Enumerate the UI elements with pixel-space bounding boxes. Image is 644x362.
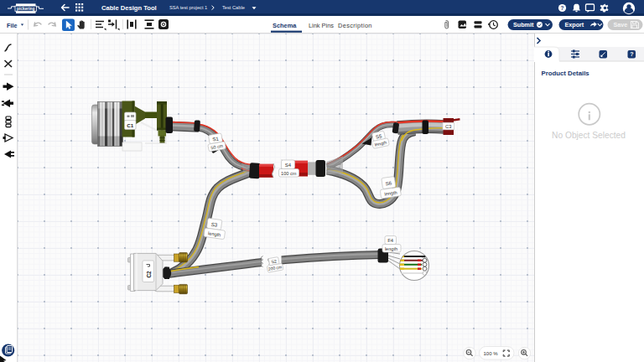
svg-text:length: length [385, 246, 397, 251]
svg-text:No Object Selected: No Object Selected [552, 131, 626, 140]
svg-text:Submit: Submit [513, 21, 534, 28]
svg-text:S2: S2 [271, 258, 278, 264]
svg-text:Product Details: Product Details [542, 70, 590, 77]
svg-text:C3: C3 [445, 124, 451, 129]
svg-text:Test Cable: Test Cable [222, 5, 245, 10]
svg-text:Link Pins: Link Pins [309, 22, 334, 29]
svg-text:Export: Export [565, 21, 584, 28]
svg-text:pickering: pickering [17, 7, 34, 11]
svg-text:100 %: 100 % [483, 351, 498, 356]
svg-text:?: ? [561, 5, 564, 11]
svg-text:C2: C2 [146, 271, 152, 278]
svg-text:100 cm: 100 cm [281, 171, 297, 176]
svg-text:S4: S4 [285, 163, 292, 168]
svg-text:File: File [7, 22, 17, 29]
svg-text:?: ? [630, 51, 633, 57]
svg-text:F4: F4 [387, 238, 394, 243]
svg-text:Cable Design Tool: Cable Design Tool [101, 4, 157, 12]
svg-text:Description: Description [338, 22, 372, 29]
svg-text:S3: S3 [210, 221, 218, 228]
svg-text:C1: C1 [127, 122, 133, 128]
svg-text:S6: S6 [385, 179, 392, 186]
svg-text:Schema: Schema [273, 22, 297, 29]
svg-text:SSA test project 1: SSA test project 1 [169, 5, 207, 10]
svg-text:Save: Save [614, 21, 628, 28]
